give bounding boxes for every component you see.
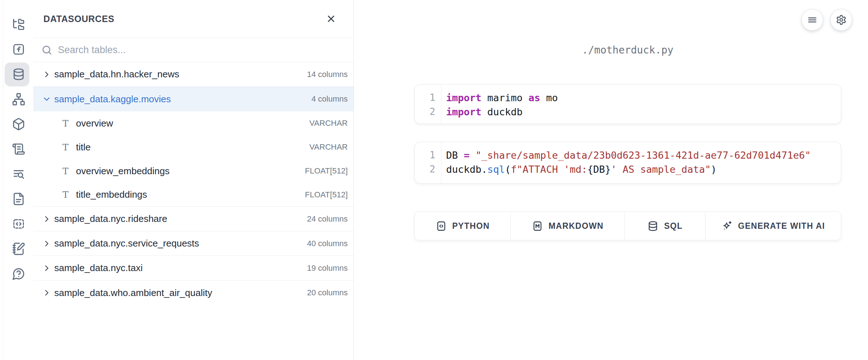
notebook-filename[interactable]: ./motherduck.py: [414, 44, 841, 56]
rail-logs-button[interactable]: [3, 137, 34, 162]
add-markdown-cell-button[interactable]: MARKDOWN: [511, 212, 625, 240]
settings-gear-icon: [836, 14, 847, 25]
panel-title: DATASOURCES: [43, 14, 114, 24]
settings-button[interactable]: [830, 9, 852, 31]
table-name: sample_data.who.ambient_air_quality: [54, 287, 212, 299]
code-square-icon: [436, 220, 447, 232]
chevron-right-icon: [41, 263, 52, 274]
add-cell-toolbar: PYTHON MARKDOWN SQL GENERATE WITH AI: [414, 211, 841, 240]
datasources-panel: DATASOURCES sample_data.hn.hacker_news 1…: [33, 0, 354, 360]
column-name: overview: [76, 118, 113, 129]
documentation-icon: [12, 192, 25, 206]
tool-rail: [3, 0, 33, 360]
rail-scratchpad-button[interactable]: [3, 236, 34, 261]
text-type-icon: T: [60, 189, 71, 200]
snippets-icon: [12, 217, 25, 231]
tracebacks-search-icon: [12, 167, 25, 181]
line-number-gutter: 12: [415, 142, 441, 183]
generate-with-ai-button[interactable]: GENERATE WITH AI: [706, 212, 841, 240]
variables-icon: [12, 43, 25, 56]
chevron-down-icon: [41, 94, 52, 104]
column-row[interactable]: T title VARCHAR: [33, 135, 353, 159]
generate-with-ai-label: GENERATE WITH AI: [738, 221, 825, 231]
dependency-graph-icon: [12, 93, 25, 106]
line-number-gutter: 12: [415, 85, 441, 124]
column-type: FLOAT[512]: [305, 190, 348, 200]
chevron-right-icon: [41, 214, 52, 224]
markdown-square-icon: [532, 220, 543, 232]
database-icon: [647, 220, 659, 232]
rail-datasources-button[interactable]: [3, 62, 34, 87]
sparkles-icon: [721, 220, 733, 232]
table-name: sample_data.kaggle.movies: [54, 94, 171, 105]
table-row[interactable]: sample_data.nyc.taxi 19 columns: [33, 256, 353, 280]
chevron-right-icon: [41, 238, 52, 249]
table-row[interactable]: sample_data.who.ambient_air_quality 20 c…: [33, 280, 353, 305]
column-type: FLOAT[512]: [305, 166, 348, 176]
column-row[interactable]: T overview VARCHAR: [33, 111, 353, 135]
top-actions: [801, 9, 852, 31]
search-tables-input[interactable]: [58, 44, 318, 56]
notebook-menu-button[interactable]: [801, 9, 823, 31]
column-count: 19 columns: [307, 263, 348, 273]
datasources-header: DATASOURCES: [33, 0, 353, 38]
text-type-icon: T: [60, 118, 71, 129]
text-type-icon: T: [60, 142, 71, 153]
table-name: sample_data.nyc.service_requests: [54, 238, 199, 249]
rail-variables-button[interactable]: [3, 37, 34, 62]
add-python-cell-button[interactable]: PYTHON: [415, 212, 511, 240]
rail-documentation-button[interactable]: [3, 187, 34, 211]
column-row[interactable]: T overview_embeddings FLOAT[512]: [33, 159, 353, 183]
notebook-area: ./motherduck.py 12 import marimo as moim…: [354, 0, 868, 360]
rail-dependency-graph-button[interactable]: [3, 87, 34, 112]
column-type: VARCHAR: [309, 119, 348, 128]
add-sql-cell-button[interactable]: SQL: [625, 212, 706, 240]
help-icon: [12, 267, 25, 280]
chevron-right-icon: [41, 287, 52, 298]
table-name: sample_data.nyc.rideshare: [54, 213, 167, 224]
table-name: sample_data.hn.hacker_news: [54, 69, 179, 80]
table-row-selected[interactable]: sample_data.kaggle.movies 4 columns: [33, 87, 353, 111]
code-editor[interactable]: import marimo as moimport duckdb: [441, 85, 558, 124]
menu-icon: [807, 14, 818, 25]
code-editor[interactable]: DB = "_share/sample_data/23b0d623-1361-4…: [441, 142, 811, 183]
add-python-label: PYTHON: [452, 221, 490, 231]
column-count: 20 columns: [307, 288, 348, 297]
rail-file-explorer-button[interactable]: [3, 12, 34, 37]
table-search-row: [33, 38, 353, 62]
column-name: title_embeddings: [76, 189, 147, 200]
code-cell[interactable]: 12 DB = "_share/sample_data/23b0d623-136…: [414, 142, 841, 184]
rail-snippets-button[interactable]: [3, 211, 34, 236]
text-type-icon: T: [60, 166, 71, 176]
table-row[interactable]: sample_data.nyc.service_requests 40 colu…: [33, 231, 353, 256]
column-count: 14 columns: [307, 70, 348, 79]
datasources-icon: [12, 68, 25, 81]
column-name: overview_embeddings: [76, 166, 170, 177]
add-sql-label: SQL: [664, 221, 682, 231]
code-cell[interactable]: 12 import marimo as moimport duckdb: [414, 84, 841, 124]
table-row[interactable]: sample_data.nyc.rideshare 24 columns: [33, 207, 353, 231]
logs-icon: [12, 142, 25, 156]
packages-icon: [12, 117, 25, 131]
file-explorer-icon: [12, 18, 25, 31]
search-icon: [41, 44, 52, 56]
close-panel-button[interactable]: [323, 11, 339, 27]
column-type: VARCHAR: [309, 142, 348, 152]
rail-tracebacks-button[interactable]: [3, 162, 34, 187]
rail-help-button[interactable]: [3, 261, 34, 286]
table-name: sample_data.nyc.taxi: [54, 262, 143, 274]
close-icon: [326, 13, 336, 24]
column-count: 40 columns: [307, 239, 348, 248]
column-row[interactable]: T title_embeddings FLOAT[512]: [33, 183, 353, 207]
table-row[interactable]: sample_data.hn.hacker_news 14 columns: [33, 62, 353, 87]
rail-packages-button[interactable]: [3, 112, 34, 137]
chevron-right-icon: [41, 69, 52, 80]
scratchpad-icon: [12, 242, 25, 256]
add-markdown-label: MARKDOWN: [549, 221, 604, 231]
column-count: 4 columns: [312, 94, 348, 104]
column-count: 24 columns: [307, 214, 348, 224]
column-name: title: [76, 142, 90, 153]
